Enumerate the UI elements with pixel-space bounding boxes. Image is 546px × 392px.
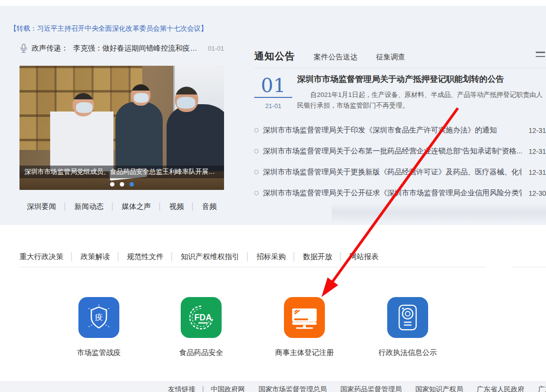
- bullet-icon: [254, 128, 259, 132]
- monitor-icon: [284, 297, 325, 338]
- link-normative-documents[interactable]: 规范性文件: [110, 252, 163, 261]
- more-icon-bar: [536, 52, 545, 53]
- photo-face-mask: [134, 93, 149, 103]
- ticker-date: 01-01: [208, 45, 224, 52]
- ticker-label: 政声传递：: [32, 44, 68, 53]
- app-business-registration[interactable]: 商事主体登记注册: [263, 297, 346, 357]
- carousel-dot-3-active[interactable]: [130, 182, 134, 187]
- news-category-nav: 深圳要闻 新闻动态 媒体之声 视频 音频: [19, 202, 224, 211]
- body-camera-icon: [387, 297, 428, 338]
- notice-title[interactable]: 深圳市市场监督管理局关于印发《深圳市食品生产许可实施办法》的通知: [263, 126, 522, 135]
- tab-surveys[interactable]: 征集调查: [376, 53, 405, 62]
- list-item[interactable]: 深圳市市场监督管理局关于更换新版《药品经营许可证》及药品、医疗器械、化妆... …: [254, 162, 546, 183]
- app-label: 行政执法信息公示: [366, 348, 449, 357]
- section-divider-right: [512, 267, 546, 267]
- photo-face-mask: [76, 102, 93, 113]
- notices-panel: 通知公告 案件公告送达 征集调查 01 21-01 深圳市市场监督管理局关于动产…: [254, 50, 546, 204]
- notice-title[interactable]: 深圳市市场监督管理局关于公开征求《深圳市市场监督管理局企业信用风险分类管...: [263, 188, 522, 198]
- featured-notice-number: 01: [254, 75, 292, 96]
- list-item[interactable]: 深圳市市场监督管理局关于公开征求《深圳市市场监督管理局企业信用风险分类管... …: [254, 183, 546, 204]
- featured-notice-title[interactable]: 深圳市市场监督管理局关于动产抵押登记职能划转的公告: [297, 75, 543, 84]
- list-item[interactable]: 深圳市市场监督管理局关于印发《深圳市食品生产许可实施办法》的通知 12-31: [254, 120, 546, 141]
- news-ticker: 政声传递： 李克强：做好春运期间错峰控流和疫情防控... 01-01: [19, 43, 224, 54]
- link-policy-interpretation[interactable]: 政策解读: [63, 252, 110, 261]
- news-carousel-image[interactable]: 深圳市市场监管局党组成员、食品药品安全总监王利峰率队开展节前疫...: [19, 66, 224, 190]
- svg-text:FDA: FDA: [194, 313, 212, 322]
- photo-person-officer: [115, 102, 163, 170]
- more-icon-bar: [536, 56, 545, 57]
- app-label: 商事主体登记注册: [263, 348, 346, 357]
- carousel-dot-2[interactable]: [120, 182, 124, 187]
- featured-notice[interactable]: 01 21-01 深圳市市场监督管理局关于动产抵押登记职能划转的公告 自2021…: [254, 75, 546, 111]
- hero-section: 【转载：习近平主持召开中央全面深化改革委员会第十七次会议】 政声传递： 李克强：…: [0, 6, 546, 225]
- notice-date: 12-31: [528, 148, 546, 155]
- notices-list: 深圳市市场监督管理局关于印发《深圳市食品生产许可实施办法》的通知 12-31 深…: [254, 120, 546, 204]
- section-divider: [19, 267, 486, 267]
- repost-headline-link[interactable]: 【转载：习近平主持召开中央全面深化改革委员会第十七次会议】: [10, 24, 207, 33]
- bullet-icon: [254, 170, 259, 174]
- featured-notice-summary: 自2021年1月1日起，生产设备、原材料、半成品、产品等动产抵押登记职责由人民银…: [297, 90, 543, 111]
- friendly-links-row: 友情链接 | 中国政府网 国家市场监督管理总局 国家药品监督管理局 国家知识产权…: [168, 385, 546, 392]
- fda-wreath-icon: FDA: [181, 297, 222, 338]
- tab-news-updates[interactable]: 新闻动态: [56, 202, 103, 211]
- tab-video[interactable]: 视频: [151, 202, 184, 211]
- quick-links-nav: 重大行政决策 政策解读 规范性文件 知识产权维权指引 招标采购 数据开放 网站报…: [19, 252, 378, 261]
- tab-case-announcements[interactable]: 案件公告送达: [314, 53, 358, 62]
- footer-link-gov[interactable]: 中国政府网: [211, 385, 245, 392]
- footer-link-samr[interactable]: 国家市场监督管理总局: [259, 385, 327, 392]
- bullet-icon: [254, 149, 259, 153]
- app-food-drug-safety[interactable]: FDA 食品药品安全: [160, 297, 243, 357]
- featured-notice-body: 深圳市市场监督管理局关于动产抵押登记职能划转的公告 自2021年1月1日起，生产…: [297, 75, 543, 111]
- notice-date: 12-31: [528, 127, 546, 134]
- bullet-icon: [254, 191, 259, 195]
- microphone-icon: [19, 43, 28, 54]
- carousel-caption[interactable]: 深圳市市场监管局党组成员、食品药品安全总监王利峰率队开展节前疫...: [19, 166, 224, 178]
- notice-date: 12-31: [528, 168, 546, 176]
- app-market-epidemic[interactable]: 疫 市场监管战疫: [57, 297, 140, 357]
- link-site-reports[interactable]: 网站报表: [332, 252, 378, 261]
- notice-title[interactable]: 深圳市市场监督管理局关于更换新版《药品经营许可证》及药品、医疗器械、化妆...: [263, 168, 522, 177]
- app-enforcement-disclosure[interactable]: 行政执法信息公示: [366, 297, 449, 357]
- ticker-headline-link[interactable]: 李克强：做好春运期间错峰控流和疫情防控...: [73, 44, 203, 53]
- carousel-dot-1[interactable]: [110, 182, 114, 187]
- notices-header: 通知公告 案件公告送达 征集调查: [254, 50, 546, 63]
- footer-link-gd-gov[interactable]: 广东省人民政府: [477, 385, 525, 392]
- link-ip-rights-guide[interactable]: 知识产权维权指引: [164, 252, 239, 261]
- featured-notice-date-block: 01 21-01: [254, 75, 292, 111]
- link-tendering[interactable]: 招标采购: [239, 252, 285, 261]
- footer-link-nmpa[interactable]: 国家药品监督管理局: [340, 385, 402, 392]
- notice-date: 12-30: [528, 189, 546, 197]
- friendly-links-label: 友情链接: [168, 385, 195, 392]
- tab-media-voice[interactable]: 媒体之声: [104, 202, 151, 211]
- tab-notices-active[interactable]: 通知公告: [254, 50, 295, 63]
- link-open-data[interactable]: 数据开放: [286, 252, 332, 261]
- notice-title[interactable]: 深圳市市场监督管理局关于公布第一批药品经营企业连锁总部“告知承诺制”资格...: [263, 147, 522, 156]
- tab-audio[interactable]: 音频: [184, 202, 216, 211]
- footer-links-bar: 友情链接 | 中国政府网 国家市场监督管理总局 国家药品监督管理局 国家知识产权…: [0, 381, 546, 392]
- featured-notice-underline: [254, 97, 292, 98]
- notices-divider: [254, 68, 546, 68]
- footer-separator: |: [202, 385, 204, 392]
- app-label: 食品药品安全: [160, 348, 243, 357]
- homepage: 【转载：习近平主持召开中央全面深化改革委员会第十七次会议】 政声传递： 李克强：…: [0, 0, 546, 392]
- tab-shenzhen-news[interactable]: 深圳要闻: [27, 202, 56, 211]
- svg-text:疫: 疫: [95, 313, 103, 321]
- footer-link-gd-market[interactable]: 广东省市...: [538, 385, 546, 392]
- photo-face-mask: [177, 97, 195, 109]
- shield-epidemic-icon: 疫: [78, 297, 119, 338]
- link-major-decisions[interactable]: 重大行政决策: [19, 252, 63, 261]
- app-label: 市场监管战疫: [57, 348, 140, 357]
- featured-notice-date: 21-01: [254, 102, 292, 110]
- more-icon[interactable]: [536, 52, 545, 57]
- carousel-dots: [19, 182, 224, 187]
- hero-watermark-image: [332, 203, 546, 224]
- footer-link-cnipa[interactable]: 国家知识产权局: [415, 385, 463, 392]
- list-item[interactable]: 深圳市市场监督管理局关于公布第一批药品经营企业连锁总部“告知承诺制”资格... …: [254, 141, 546, 162]
